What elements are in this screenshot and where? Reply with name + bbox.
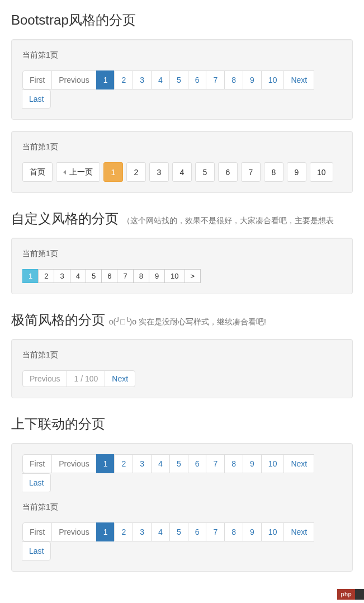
section4-title: 极简风格的分页 o(╯□╰)o 实在是没耐心写样式，继续凑合看吧! bbox=[11, 311, 353, 329]
section1-status: 当前第1页 bbox=[22, 50, 342, 60]
page-button[interactable]: 6 bbox=[188, 522, 207, 541]
next-button[interactable]: > bbox=[185, 269, 201, 283]
section4-panel: 当前第1页 Previous 1 / 100 Next bbox=[11, 339, 353, 398]
page-button[interactable]: 2 bbox=[114, 522, 133, 541]
page-button[interactable]: 2 bbox=[114, 454, 133, 473]
section1-pagination: First Previous 1 2 3 4 5 6 7 8 9 10 Next… bbox=[22, 70, 342, 109]
badge-right bbox=[355, 589, 364, 594]
section5-title: 上下联动的分页 bbox=[11, 415, 353, 433]
page-button[interactable]: 8 bbox=[133, 269, 149, 283]
section3-subtitle: （这个网站找的，效果不是很好，大家凑合看吧，主要是想表 bbox=[122, 216, 334, 225]
page-button[interactable]: 2 bbox=[114, 70, 133, 89]
previous-button[interactable]: Previous bbox=[51, 522, 96, 541]
page-button[interactable]: 5 bbox=[169, 522, 188, 541]
page-button[interactable]: 7 bbox=[117, 269, 133, 283]
section5-pagination-bottom: First Previous 1 2 3 4 5 6 7 8 9 10 Next… bbox=[22, 522, 342, 560]
section4-subtitle: o(╯□╰)o 实在是没耐心写样式，继续凑合看吧! bbox=[109, 317, 266, 326]
previous-button[interactable]: Previous bbox=[22, 370, 67, 387]
badge-left: php bbox=[337, 589, 355, 594]
page-button[interactable]: 6 bbox=[188, 454, 207, 473]
first-button[interactable]: First bbox=[22, 522, 52, 541]
last-button[interactable]: Last bbox=[22, 89, 51, 109]
page-button[interactable]: 5 bbox=[169, 454, 188, 473]
page-button[interactable]: 8 bbox=[264, 162, 283, 182]
page-button[interactable]: 10 bbox=[261, 522, 285, 541]
first-button[interactable]: 首页 bbox=[22, 162, 53, 182]
page-button[interactable]: 5 bbox=[169, 70, 188, 89]
last-button[interactable]: Last bbox=[22, 473, 51, 492]
page-button[interactable]: 10 bbox=[261, 454, 285, 473]
next-button[interactable]: Next bbox=[105, 370, 135, 387]
page-button[interactable]: 4 bbox=[172, 162, 192, 182]
page-button[interactable]: 1 bbox=[103, 162, 123, 182]
section5-panel: First Previous 1 2 3 4 5 6 7 8 9 10 Next… bbox=[11, 443, 353, 572]
first-button[interactable]: First bbox=[22, 70, 52, 89]
page-button[interactable]: 6 bbox=[218, 162, 238, 182]
page-button[interactable]: 8 bbox=[224, 70, 243, 89]
page-button[interactable]: 9 bbox=[243, 70, 262, 89]
page-button[interactable]: 3 bbox=[133, 454, 152, 473]
section2-pagination: 首页 上一页 1 2 3 4 5 6 7 8 9 10 bbox=[22, 162, 342, 182]
section3-title: 自定义风格的分页 （这个网站找的，效果不是很好，大家凑合看吧，主要是想表 bbox=[11, 210, 353, 228]
page-button[interactable]: 1 bbox=[96, 522, 115, 541]
page-button[interactable]: 6 bbox=[188, 70, 207, 89]
next-button[interactable]: Next bbox=[283, 522, 314, 541]
previous-button[interactable]: 上一页 bbox=[56, 162, 100, 182]
previous-button[interactable]: Previous bbox=[51, 454, 96, 473]
section5-status: 当前第1页 bbox=[22, 502, 342, 512]
next-button[interactable]: Next bbox=[283, 70, 314, 89]
section5-pagination-top: First Previous 1 2 3 4 5 6 7 8 9 10 Next… bbox=[22, 454, 342, 492]
first-button[interactable]: First bbox=[22, 454, 52, 473]
page-button[interactable]: 1 bbox=[22, 269, 39, 283]
page-button[interactable]: 1 bbox=[96, 70, 115, 89]
last-button[interactable]: Last bbox=[22, 541, 51, 560]
page-button[interactable]: 3 bbox=[149, 162, 169, 182]
page-button[interactable]: 4 bbox=[70, 269, 86, 283]
section2-panel: 当前第1页 首页 上一页 1 2 3 4 5 6 7 8 9 10 bbox=[11, 131, 353, 193]
section4-status: 当前第1页 bbox=[22, 350, 342, 360]
caret-left-icon bbox=[63, 170, 66, 175]
section1-panel: 当前第1页 First Previous 1 2 3 4 5 6 7 8 9 1… bbox=[11, 39, 353, 120]
page-button[interactable]: 4 bbox=[151, 454, 170, 473]
page-button[interactable]: 10 bbox=[164, 269, 185, 283]
page-button[interactable]: 7 bbox=[206, 454, 225, 473]
section4-pagination: Previous 1 / 100 Next bbox=[22, 370, 342, 387]
page-button[interactable]: 1 bbox=[96, 454, 115, 473]
page-button[interactable]: 4 bbox=[151, 522, 170, 541]
page-button[interactable]: 9 bbox=[149, 269, 165, 283]
page-button[interactable]: 10 bbox=[310, 162, 333, 182]
page-button[interactable]: 8 bbox=[224, 454, 243, 473]
page-button[interactable]: 3 bbox=[133, 522, 152, 541]
watermark-badge: php bbox=[337, 589, 364, 594]
page-button[interactable]: 7 bbox=[206, 70, 225, 89]
page-button[interactable]: 3 bbox=[54, 269, 70, 283]
section1-title: Bootstrap风格的分页 bbox=[11, 11, 353, 29]
page-button[interactable]: 9 bbox=[287, 162, 306, 182]
page-button[interactable]: 3 bbox=[133, 70, 152, 89]
section2-status: 当前第1页 bbox=[22, 142, 342, 152]
section3-pagination: 1 2 3 4 5 6 7 8 9 10 > bbox=[22, 269, 342, 283]
page-button[interactable]: 2 bbox=[126, 162, 146, 182]
section3-panel: 当前第1页 1 2 3 4 5 6 7 8 9 10 > bbox=[11, 238, 353, 294]
page-button[interactable]: 10 bbox=[261, 70, 285, 89]
page-info: 1 / 100 bbox=[67, 370, 105, 387]
page-button[interactable]: 4 bbox=[151, 70, 170, 89]
page-button[interactable]: 8 bbox=[224, 522, 243, 541]
page-button[interactable]: 7 bbox=[241, 162, 261, 182]
previous-button[interactable]: Previous bbox=[51, 70, 96, 89]
next-button[interactable]: Next bbox=[283, 454, 314, 473]
page-button[interactable]: 5 bbox=[86, 269, 102, 283]
section3-status: 当前第1页 bbox=[22, 249, 342, 259]
page-button[interactable]: 2 bbox=[38, 269, 54, 283]
page-button[interactable]: 7 bbox=[206, 522, 225, 541]
page-button[interactable]: 6 bbox=[101, 269, 117, 283]
page-button[interactable]: 9 bbox=[243, 522, 262, 541]
page-button[interactable]: 5 bbox=[195, 162, 215, 182]
page-button[interactable]: 9 bbox=[243, 454, 262, 473]
